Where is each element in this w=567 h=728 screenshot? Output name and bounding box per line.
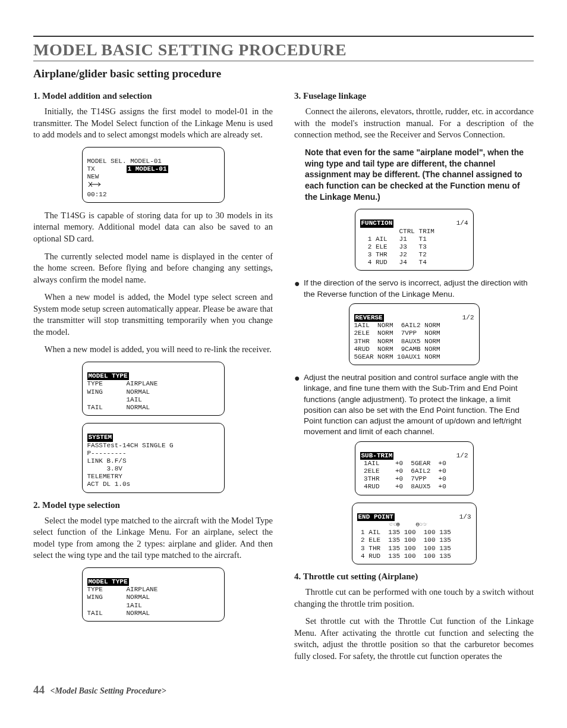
lcd-mta-r2v: 1AIL <box>127 396 142 403</box>
step2-heading: 2. Model type selection <box>33 500 273 510</box>
lcd-st-r3c0: 4RUD <box>364 483 379 490</box>
page-subtitle: Airplane/glider basic setting procedure <box>33 67 534 80</box>
page-footer: 44 <Model Basic Setting Procedure> <box>33 683 534 696</box>
step3-bullet1-text: If the direction of the servo is incorre… <box>304 278 534 299</box>
lcd-st-r2c3: +0 <box>439 475 446 482</box>
lcd-mtb-r1k: WING <box>87 594 103 601</box>
lcd-sys-l2: LINK B.F/S <box>87 457 127 465</box>
lcd-model-type-a: MODEL TYPE TYPE AIRPLANE WING NORMAL 1AI… <box>82 362 225 416</box>
right-column: 3. Fuselage linkage Connect the ailerons… <box>294 87 534 668</box>
lcd-mtb-r0k: TYPE <box>87 586 103 593</box>
step3-heading: 3. Fuselage linkage <box>294 91 534 101</box>
lcd-endpoint: END POINT1/3 ☜☜⊕ ⊖☞☞ 1 AIL 135 100 100 1… <box>352 503 477 564</box>
lcd-ep-r1c0: 2 ELE <box>361 536 380 544</box>
lcd-st-r2c2: 7VPP <box>411 475 426 482</box>
lcd-selected-model: 1 MODEL-01 <box>127 165 168 173</box>
lcd-fn-r1c1: J3 <box>399 243 407 250</box>
title-underline <box>33 61 534 61</box>
step3-note: Note that even for the same "airplane mo… <box>305 147 529 203</box>
lcd-st-r1c3: +0 <box>439 467 446 475</box>
bullet-dot-icon: ● <box>294 372 304 437</box>
lcd-rev-r1: 2ELE NORM 7VPP NORM <box>354 330 440 337</box>
lcd-mta-r3k: TAIL <box>87 404 103 411</box>
lcd-fn-r1c2: T3 <box>419 243 427 250</box>
lcd-st-r1c0: 2ELE <box>364 467 379 475</box>
lcd-sys-l0: FASSTest-14CH SINGLE G <box>87 442 174 449</box>
lcd-fn-r0c0: 1 AIL <box>368 236 388 243</box>
lcd-mtb-r0v: AIRPLANE <box>127 586 158 593</box>
lcd-st-r0c2: 5GEAR <box>411 460 430 467</box>
page-footer-label: <Model Basic Setting Procedure> <box>51 686 166 695</box>
lcd-rev-r4: 5GEAR NORM 10AUX1 NORM <box>354 353 440 360</box>
lcd-fn-page: 1/4 <box>456 219 468 227</box>
lcd-fn-r2c1: J2 <box>399 251 407 258</box>
lcd-sys-l1: P--------- <box>87 450 127 457</box>
lcd-sys-l3: 3.8V <box>87 465 122 472</box>
lcd-fn-h2: TRIM <box>419 228 434 235</box>
lcd-reverse: REVERSE1/2 1AIL NORM 6AIL2 NORM 2ELE NOR… <box>349 303 480 365</box>
step2-p1: Select the model type matched to the air… <box>33 515 273 561</box>
top-rule-thick <box>33 36 534 37</box>
lcd-system: SYSTEM FASSTest-14CH SINGLE G P---------… <box>82 423 225 493</box>
lcd-st-r3c1: +0 <box>395 483 403 490</box>
lcd-rev-r3: 4RUD NORM 9CAMB NORM <box>354 346 440 353</box>
lcd-time: 00:12 <box>87 191 107 198</box>
lcd-fn-h1: CTRL <box>399 228 415 235</box>
lcd-ep-page: 1/3 <box>459 513 471 521</box>
lcd-st-page: 1/2 <box>456 452 468 460</box>
page-title: MODEL BASIC SETTING PROCEDURE <box>33 40 534 59</box>
lcd-ep-arrR: ⊖☞☞ <box>416 521 428 528</box>
step1-heading: 1. Model addition and selection <box>33 91 273 101</box>
lcd-sys-title: SYSTEM <box>87 434 114 441</box>
lcd-model-sel-title: MODEL SEL. <box>87 158 127 165</box>
lcd-ep-r3c0: 4 RUD <box>361 553 380 560</box>
lcd-st-r0c3: +0 <box>439 460 446 467</box>
lcd-ep-r2c2: 100 135 <box>424 545 451 552</box>
antenna-icon <box>87 183 103 190</box>
step1-p5: When a new model is added, you will need… <box>33 344 273 356</box>
left-column: 1. Model addition and selection Initiall… <box>33 87 273 668</box>
lcd-st-r0c1: +0 <box>395 460 403 467</box>
lcd-rev-r0: 1AIL NORM 6AIL2 NORM <box>354 322 440 329</box>
lcd-fn-r2c2: T2 <box>419 251 427 258</box>
step1-p2: The T14SG is capable of storing data for… <box>33 210 273 245</box>
lcd-ep-r2c1: 135 100 <box>388 545 415 552</box>
lcd-fn-r3c1: J4 <box>399 259 407 266</box>
lcd-mta-r3v: NORMAL <box>127 404 150 411</box>
lcd-fn-r2c0: 3 THR <box>368 251 388 258</box>
step4-p1: Throttle cut can be performed with one t… <box>294 586 534 610</box>
lcd-mtb-r1v: NORMAL <box>127 594 150 601</box>
lcd-mtb-r2v: 1AIL <box>127 602 142 609</box>
lcd-ep-r0c1: 135 100 <box>388 529 415 536</box>
lcd-fn-r0c2: T1 <box>419 236 427 243</box>
lcd-new-row: NEW <box>87 173 99 180</box>
lcd-rev-title: REVERSE <box>354 314 384 322</box>
lcd-tx-row: TX <box>87 165 95 172</box>
lcd-model-type-b: MODEL TYPE TYPE AIRPLANE WING NORMAL 1AI… <box>82 567 225 622</box>
two-column-layout: 1. Model addition and selection Initiall… <box>33 87 534 668</box>
lcd-st-r3c3: +0 <box>439 483 446 490</box>
lcd-st-r1c1: +0 <box>395 467 403 475</box>
lcd-mta-r0v: AIRPLANE <box>127 380 158 387</box>
lcd-function: FUNCTION1/4 CTRL TRIM 1 AIL J1 T1 2 ELE … <box>355 209 474 271</box>
lcd-mtb-r3v: NORMAL <box>127 610 150 617</box>
lcd-st-r1c2: 6AIL2 <box>411 467 430 475</box>
lcd-mtb-r3k: TAIL <box>87 610 103 617</box>
lcd-model-sel-model: MODEL-01 <box>130 158 162 165</box>
step3-bullet2: ● Adjust the neutral position and contro… <box>294 372 534 437</box>
lcd-st-title: SUB-TRIM <box>360 452 394 460</box>
lcd-sys-l4: TELEMETRY <box>87 473 122 480</box>
lcd-rev-r2: 3THR NORM 8AUX5 NORM <box>354 338 440 345</box>
lcd-fn-r3c2: T4 <box>419 259 427 266</box>
step1-p4: When a new model is added, the Model typ… <box>33 291 273 338</box>
lcd-ep-arrL: ☜☜⊕ <box>388 521 400 528</box>
lcd-mta-r0k: TYPE <box>87 380 103 387</box>
lcd-st-r3c2: 8AUX5 <box>411 483 430 490</box>
lcd-mta-title: MODEL TYPE <box>87 372 129 380</box>
lcd-ep-r1c2: 100 135 <box>424 536 451 544</box>
step3-bullet1: ● If the direction of the servo is incor… <box>294 278 534 299</box>
lcd-ep-r0c0: 1 AIL <box>361 529 380 536</box>
lcd-mta-r1v: NORMAL <box>127 388 150 396</box>
lcd-model-select: MODEL SEL. MODEL-01 TX 1 MODEL-01 NEW 00… <box>82 147 225 203</box>
step1-p1: Initially, the T14SG assigns the first m… <box>33 106 273 141</box>
